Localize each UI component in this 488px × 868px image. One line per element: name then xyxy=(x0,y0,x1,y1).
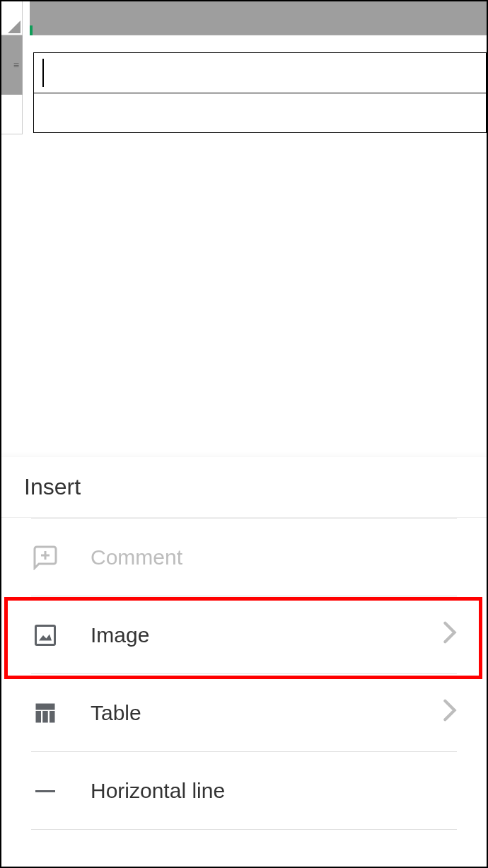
menu-item-image[interactable]: Image xyxy=(1,596,487,674)
active-cell[interactable] xyxy=(33,52,487,93)
text-cursor xyxy=(42,59,44,87)
column-header-selected[interactable] xyxy=(30,1,487,35)
menu-item-table[interactable]: Table xyxy=(1,674,487,752)
chevron-right-icon xyxy=(443,698,457,729)
svg-rect-4 xyxy=(36,704,55,710)
insert-panel-title: Insert xyxy=(24,474,464,500)
insert-panel-header: Insert xyxy=(1,457,487,518)
svg-rect-5 xyxy=(36,711,42,723)
select-all-corner[interactable] xyxy=(1,1,23,35)
comment-plus-icon xyxy=(31,543,59,572)
svg-rect-7 xyxy=(50,711,55,723)
insert-panel: Insert Comment Image xyxy=(1,457,487,867)
insert-menu-list: Comment Image xyxy=(1,518,487,830)
row-header-selected[interactable]: ≡ xyxy=(1,35,23,95)
menu-label-table: Table xyxy=(91,701,443,725)
cell-below[interactable] xyxy=(33,93,487,133)
menu-label-horizontal-line: Horizontal line xyxy=(91,779,457,803)
row-header-2[interactable] xyxy=(1,95,23,134)
table-icon xyxy=(31,699,59,727)
svg-rect-2 xyxy=(36,626,55,645)
menu-item-horizontal-line[interactable]: Horizontal line xyxy=(1,752,487,830)
horizontal-line-icon xyxy=(31,777,59,805)
menu-item-comment: Comment xyxy=(1,519,487,596)
menu-label-comment: Comment xyxy=(91,545,457,569)
corner-triangle-icon xyxy=(8,21,21,33)
svg-rect-6 xyxy=(42,711,48,723)
chevron-right-icon xyxy=(443,620,457,651)
menu-label-image: Image xyxy=(91,623,443,647)
svg-marker-3 xyxy=(39,635,52,641)
image-icon xyxy=(31,621,59,649)
row-drag-icon: ≡ xyxy=(13,60,19,70)
spreadsheet-area: ≡ xyxy=(1,1,487,460)
column-marker xyxy=(30,25,33,35)
